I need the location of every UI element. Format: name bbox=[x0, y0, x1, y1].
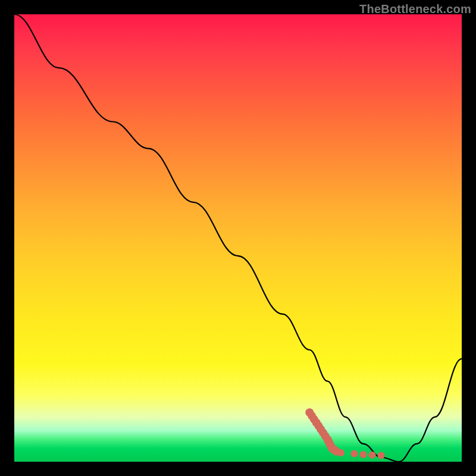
optimal-marker bbox=[360, 451, 367, 458]
optimal-marker bbox=[378, 452, 385, 459]
optimal-marker bbox=[337, 449, 345, 456]
plot-area bbox=[14, 14, 462, 462]
optimal-marker bbox=[369, 452, 376, 459]
chart-canvas: TheBottleneck.com bbox=[0, 0, 476, 476]
bottleneck-curve bbox=[14, 14, 462, 462]
curve-layer bbox=[14, 14, 462, 462]
optimal-marker bbox=[351, 450, 358, 458]
watermark-text: TheBottleneck.com bbox=[359, 2, 471, 16]
